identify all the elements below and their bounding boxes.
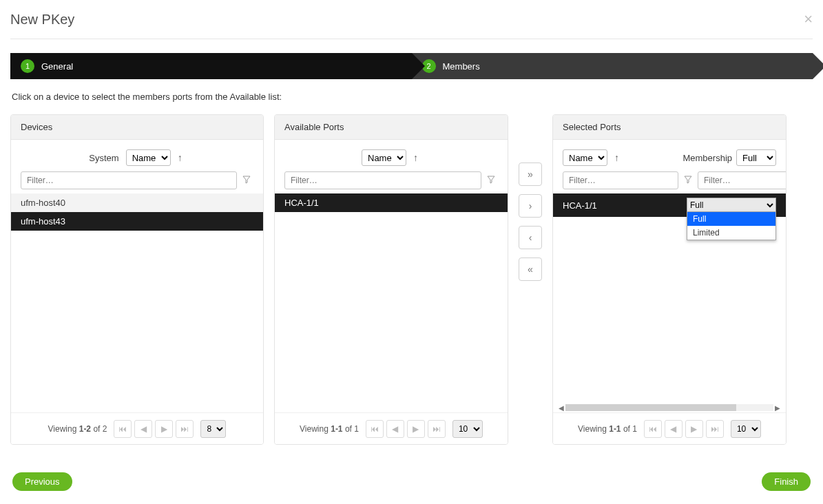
- panel-title: Available Ports: [275, 115, 508, 140]
- horizontal-scrollbar[interactable]: ◀ ▶: [557, 403, 782, 412]
- pager-first-icon[interactable]: ⏮: [644, 420, 662, 438]
- previous-button[interactable]: Previous: [12, 472, 72, 491]
- sort-asc-icon[interactable]: ↑: [175, 152, 185, 163]
- filter-icon[interactable]: [240, 176, 253, 186]
- instructions-text: Click on a device to select the members …: [12, 92, 813, 102]
- devices-pager: Viewing 1-2 of 2 ⏮ ◀ ▶ ⏭ 8: [11, 412, 263, 444]
- column-header-row: System Name ↑: [17, 147, 258, 171]
- column-header-row: Name ↑: [280, 147, 502, 171]
- pager-last-icon[interactable]: ⏭: [706, 420, 724, 438]
- panel-title: Selected Ports: [553, 115, 786, 140]
- filter-icon[interactable]: [681, 176, 695, 186]
- scroll-left-icon[interactable]: ◀: [557, 404, 565, 412]
- panel-body: System Name ↑ ufm-host40: [11, 140, 263, 412]
- pager-text: Viewing 1-1 of 1: [300, 424, 359, 434]
- panels-row: Devices System Name ↑ ufm: [10, 114, 813, 445]
- scroll-right-icon[interactable]: ▶: [773, 404, 782, 412]
- wizard-step-general[interactable]: 1 General: [10, 53, 412, 79]
- move-right-button[interactable]: ›: [519, 194, 542, 218]
- name-select[interactable]: Name: [563, 149, 607, 166]
- step-label: General: [41, 61, 73, 72]
- scroll-thumb[interactable]: [565, 404, 736, 411]
- move-all-left-button[interactable]: «: [519, 258, 542, 281]
- membership-dropdown[interactable]: Full Limited: [687, 211, 776, 240]
- wizard-step-members[interactable]: 2 Members: [412, 53, 813, 79]
- pager-next-icon[interactable]: ▶: [407, 420, 425, 438]
- device-row[interactable]: ufm-host40: [11, 193, 263, 212]
- system-label: System: [89, 153, 118, 163]
- transfer-buttons: » › ‹ «: [519, 114, 542, 281]
- pager-text: Viewing 1-1 of 1: [578, 424, 637, 434]
- finish-button[interactable]: Finish: [762, 472, 811, 491]
- modal-title: New PKey: [10, 12, 74, 28]
- move-all-right-button[interactable]: »: [519, 162, 542, 186]
- pager-size-select[interactable]: 8: [200, 420, 226, 438]
- available-filter-input[interactable]: [284, 171, 481, 189]
- pager-next-icon[interactable]: ▶: [685, 420, 703, 438]
- pager-text: Viewing 1-2 of 2: [48, 424, 107, 434]
- selected-membership-filter-input[interactable]: [698, 171, 786, 189]
- port-name: HCA-1/1: [284, 198, 498, 208]
- membership-select[interactable]: Full: [687, 198, 776, 213]
- pager-prev-icon[interactable]: ◀: [665, 420, 683, 438]
- device-row[interactable]: ufm-host43: [11, 212, 263, 231]
- device-name: ufm-host43: [21, 216, 253, 227]
- membership-option-limited[interactable]: Limited: [687, 226, 775, 240]
- port-row[interactable]: HCA-1/1: [275, 193, 508, 212]
- selected-grid: HCA-1/1 Full Full Limited: [553, 193, 786, 410]
- filter-row: [559, 171, 780, 193]
- selected-pager: Viewing 1-1 of 1 ⏮ ◀ ▶ ⏭ 10: [553, 412, 786, 444]
- step-label: Members: [443, 61, 480, 72]
- filter-icon[interactable]: [484, 176, 498, 186]
- panel-title: Devices: [11, 115, 263, 140]
- devices-grid: ufm-host40 ufm-host43: [11, 193, 263, 410]
- available-pager: Viewing 1-1 of 1 ⏮ ◀ ▶ ⏭ 10: [275, 412, 508, 444]
- modal-footer: Previous Finish: [10, 445, 813, 498]
- pager-next-icon[interactable]: ▶: [155, 420, 173, 438]
- device-name: ufm-host40: [21, 198, 253, 208]
- pager-size-select[interactable]: 10: [731, 420, 761, 438]
- pager-prev-icon[interactable]: ◀: [386, 420, 404, 438]
- membership-option-full[interactable]: Full: [687, 212, 775, 226]
- step-number: 1: [21, 59, 34, 73]
- pager-prev-icon[interactable]: ◀: [134, 420, 152, 438]
- filter-row: [280, 171, 502, 193]
- sort-asc-icon[interactable]: ↑: [410, 152, 421, 163]
- pager-first-icon[interactable]: ⏮: [114, 420, 132, 438]
- available-ports-panel: Available Ports Name ↑ HCA-1/1: [274, 114, 508, 445]
- available-grid: HCA-1/1: [275, 193, 508, 410]
- membership-label: Membership: [683, 153, 732, 163]
- pager-last-icon[interactable]: ⏭: [176, 420, 194, 438]
- devices-filter-input[interactable]: [21, 171, 237, 189]
- filter-row: [17, 171, 258, 193]
- wizard-steps: 1 General 2 Members: [10, 53, 813, 79]
- pager-size-select[interactable]: 10: [452, 420, 483, 438]
- modal-header: New PKey ×: [10, 7, 813, 39]
- move-left-button[interactable]: ‹: [519, 226, 542, 249]
- pager-first-icon[interactable]: ⏮: [366, 420, 384, 438]
- devices-panel: Devices System Name ↑ ufm: [10, 114, 264, 445]
- selected-name-filter-input[interactable]: [563, 171, 678, 189]
- selected-ports-panel: Selected Ports Name ↑ Membership Full: [552, 114, 786, 445]
- name-select[interactable]: Name: [126, 149, 171, 166]
- close-icon[interactable]: ×: [804, 10, 813, 28]
- name-select[interactable]: Name: [362, 149, 406, 166]
- sort-asc-icon[interactable]: ↑: [612, 152, 622, 163]
- new-pkey-modal: New PKey × 1 General 2 Members Click on …: [0, 0, 823, 504]
- port-name: HCA-1/1: [563, 200, 680, 211]
- membership-header-select[interactable]: Full: [736, 149, 776, 166]
- panel-body: Name ↑ Membership Full: [553, 140, 786, 412]
- pager-last-icon[interactable]: ⏭: [428, 420, 446, 438]
- column-header-row: Name ↑ Membership Full: [559, 147, 780, 171]
- panel-body: Name ↑ HCA-1/1: [275, 140, 508, 412]
